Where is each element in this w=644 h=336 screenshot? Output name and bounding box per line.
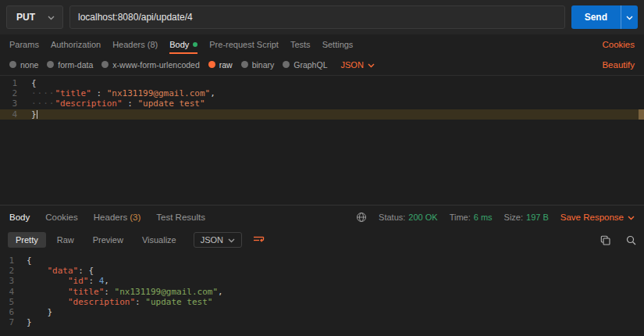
code-line-content: ····"title" : "nx131199@gmail.com", bbox=[17, 88, 215, 98]
body-present-dot bbox=[193, 42, 197, 47]
body-type-raw-label: raw bbox=[219, 60, 233, 70]
response-tab-test-results[interactable]: Test Results bbox=[156, 213, 205, 222]
tab-body[interactable]: Body bbox=[169, 34, 197, 54]
size-badge: Size: 197 B bbox=[504, 213, 549, 222]
send-button[interactable]: Send bbox=[571, 5, 621, 29]
line-number: 1 bbox=[0, 256, 14, 266]
send-split-button: Send bbox=[571, 5, 638, 29]
body-type-none-label: none bbox=[20, 60, 38, 70]
code-line[interactable]: 6 } bbox=[0, 307, 644, 317]
line-number: 4 bbox=[0, 109, 17, 120]
beautify-link[interactable]: Beautify bbox=[602, 60, 635, 70]
response-language-dropdown[interactable]: JSON bbox=[194, 232, 242, 248]
code-line[interactable]: 2 "data": { bbox=[0, 266, 644, 276]
body-type-form-data[interactable]: form-data bbox=[47, 60, 93, 70]
code-line-content: "title": "nx131199@gmail.com", bbox=[14, 287, 223, 297]
time-value: 6 ms bbox=[474, 213, 493, 222]
request-code: 1{2····"title" : "nx131199@gmail.com",3·… bbox=[0, 78, 644, 120]
code-line[interactable]: 1{ bbox=[0, 256, 644, 266]
response-body-viewer[interactable]: 1{2 "data": {3 "id": 4,4 "title": "nx131… bbox=[0, 252, 644, 336]
response-toolbar: Pretty Raw Preview Visualize JSON bbox=[0, 228, 644, 252]
request-language-dropdown[interactable]: JSON bbox=[340, 60, 374, 70]
code-line-content: ····"description" : "update test" bbox=[17, 98, 205, 109]
tab-headers[interactable]: Headers (8) bbox=[112, 34, 158, 54]
tab-pre-request-script[interactable]: Pre-request Script bbox=[209, 34, 279, 54]
line-number: 3 bbox=[0, 98, 17, 109]
line-number: 2 bbox=[0, 88, 17, 98]
time-badge: Time: 6 ms bbox=[450, 213, 493, 222]
view-pretty-button[interactable]: Pretty bbox=[8, 232, 46, 248]
view-visualize-button[interactable]: Visualize bbox=[134, 232, 184, 248]
code-line[interactable]: 3 "id": 4, bbox=[0, 276, 644, 286]
code-line[interactable]: 3····"description" : "update test" bbox=[0, 98, 644, 109]
tabs-spacer bbox=[365, 34, 590, 54]
body-type-none[interactable]: none bbox=[9, 60, 38, 70]
chevron-down-icon bbox=[626, 12, 633, 23]
radio-icon bbox=[101, 61, 109, 68]
globe-icon[interactable] bbox=[356, 212, 367, 223]
body-type-graphql-label: GraphQL bbox=[294, 60, 327, 70]
code-line-content: { bbox=[17, 78, 37, 88]
save-response-label: Save Response bbox=[560, 213, 624, 222]
body-type-graphql[interactable]: GraphQL bbox=[283, 60, 327, 70]
save-response-button[interactable]: Save Response bbox=[560, 213, 635, 222]
code-line[interactable]: 4} bbox=[0, 109, 644, 120]
send-options-button[interactable] bbox=[621, 5, 638, 29]
body-type-binary-label: binary bbox=[252, 60, 275, 70]
view-preview-button[interactable]: Preview bbox=[85, 232, 131, 248]
text-cursor bbox=[37, 110, 37, 119]
line-number: 6 bbox=[0, 307, 14, 317]
body-type-urlencoded-label: x-www-form-urlencoded bbox=[112, 60, 199, 70]
response-tab-cookies[interactable]: Cookies bbox=[45, 213, 78, 222]
radio-selected-icon bbox=[208, 61, 215, 68]
body-type-urlencoded[interactable]: x-www-form-urlencoded bbox=[101, 60, 199, 70]
search-icon[interactable] bbox=[626, 235, 636, 245]
chevron-down-icon bbox=[368, 60, 375, 70]
editor-scrollbar-thumb[interactable] bbox=[639, 109, 644, 120]
tab-tests[interactable]: Tests bbox=[290, 34, 311, 54]
response-headers-count: (3) bbox=[130, 213, 141, 222]
postman-window: PUT Send Params Authorization Headers (8… bbox=[0, 0, 644, 336]
line-number: 4 bbox=[0, 287, 14, 297]
size-value: 197 B bbox=[526, 213, 549, 222]
code-line-content: "id": 4, bbox=[14, 276, 109, 286]
radio-icon bbox=[283, 61, 290, 68]
status-value: 200 OK bbox=[408, 213, 437, 222]
chevron-down-icon bbox=[628, 213, 635, 222]
tab-settings[interactable]: Settings bbox=[322, 34, 354, 54]
method-dropdown[interactable]: PUT bbox=[6, 5, 63, 29]
code-line[interactable]: 7} bbox=[0, 317, 644, 327]
line-number: 7 bbox=[0, 317, 14, 327]
response-code: 1{2 "data": {3 "id": 4,4 "title": "nx131… bbox=[0, 256, 644, 327]
wrap-text-icon[interactable] bbox=[253, 235, 265, 245]
response-tab-headers[interactable]: Headers (3) bbox=[94, 213, 141, 222]
body-type-binary[interactable]: binary bbox=[241, 60, 275, 70]
view-raw-button[interactable]: Raw bbox=[49, 232, 82, 248]
tab-params[interactable]: Params bbox=[9, 34, 39, 54]
code-line-content: "data": { bbox=[14, 266, 94, 276]
body-type-row: none form-data x-www-form-urlencoded raw… bbox=[0, 54, 644, 75]
cookies-link[interactable]: Cookies bbox=[602, 34, 635, 54]
code-line-content: } bbox=[14, 307, 52, 317]
code-line-content: } bbox=[17, 109, 37, 120]
method-label: PUT bbox=[16, 12, 35, 23]
copy-icon[interactable] bbox=[600, 235, 610, 245]
radio-icon bbox=[47, 61, 54, 68]
code-line[interactable]: 4 "title": "nx131199@gmail.com", bbox=[0, 287, 644, 297]
code-line[interactable]: 5 "description": "update test" bbox=[0, 297, 644, 307]
status-badge: Status: 200 OK bbox=[379, 213, 438, 222]
body-type-raw[interactable]: raw bbox=[208, 60, 233, 70]
request-language-label: JSON bbox=[340, 60, 363, 70]
line-number: 3 bbox=[0, 276, 14, 286]
tab-authorization[interactable]: Authorization bbox=[51, 34, 101, 54]
request-body-editor[interactable]: 1{2····"title" : "nx131199@gmail.com",3·… bbox=[0, 75, 644, 205]
code-line[interactable]: 1{ bbox=[0, 78, 644, 88]
response-section-header: Body Cookies Headers (3) Test Results St… bbox=[0, 205, 644, 228]
radio-icon bbox=[241, 61, 248, 68]
code-line[interactable]: 2····"title" : "nx131199@gmail.com", bbox=[0, 88, 644, 98]
line-number: 5 bbox=[0, 297, 14, 307]
response-tab-body[interactable]: Body bbox=[9, 213, 30, 222]
chevron-down-icon bbox=[228, 235, 235, 245]
url-input[interactable] bbox=[69, 5, 565, 29]
line-number: 2 bbox=[0, 266, 14, 276]
